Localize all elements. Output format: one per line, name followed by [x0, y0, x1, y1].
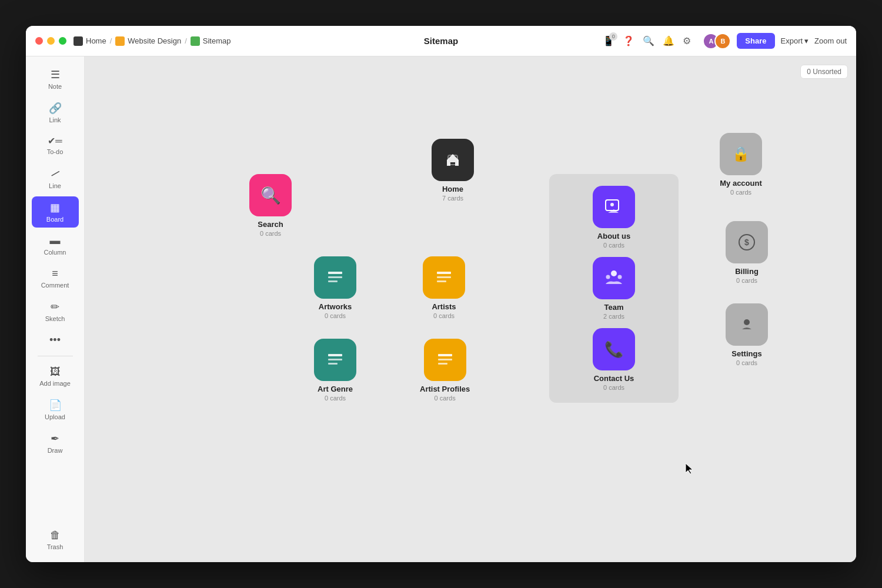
sidebar-label-upload: Upload	[45, 413, 65, 420]
sidebar-label-todo: To-do	[47, 148, 64, 155]
artworks-card-icon	[314, 256, 356, 299]
artists-card[interactable]: Artists 0 cards	[423, 256, 465, 319]
breadcrumb-sitemap-label: Sitemap	[203, 36, 231, 45]
sidebar-item-more[interactable]: •••	[32, 329, 79, 351]
settings-card-icon	[726, 303, 768, 346]
todo-icon: ✔═	[48, 135, 62, 146]
sidebar-label-comment: Comment	[41, 282, 69, 289]
minimize-button[interactable]	[47, 37, 55, 45]
titlebar-actions: 📱0 ❓ 🔍 🔔 ⚙ A B Share Export ▾ Zoom out	[603, 33, 847, 49]
svg-rect-11	[438, 359, 452, 360]
sitemap-dot	[191, 36, 200, 46]
art-genre-card-subtitle: 0 cards	[325, 395, 346, 402]
svg-rect-1	[328, 272, 342, 274]
export-button[interactable]: Export ▾	[781, 36, 809, 45]
canvas[interactable]: 0 Unsorted 🔍 Search 0 cards Home 7 cards	[85, 56, 856, 562]
team-card[interactable]: Team 2 cards	[567, 257, 661, 320]
artists-card-subtitle: 0 cards	[433, 312, 455, 319]
my-account-card-title: My account	[720, 179, 762, 188]
billing-card-icon: $	[726, 221, 768, 263]
artists-card-title: Artists	[432, 302, 456, 311]
sidebar-label-link: Link	[49, 116, 61, 123]
sidebar-item-comment[interactable]: ≡ Comment	[32, 263, 79, 293]
notification-icon[interactable]: 🔔	[663, 35, 674, 46]
breadcrumb-website-design[interactable]: Website Design	[115, 36, 181, 46]
sidebar-item-trash[interactable]: 🗑 Trash	[32, 524, 79, 555]
billing-card-subtitle: 0 cards	[736, 277, 757, 284]
app-window: Home / Website Design / Sitemap Sitemap …	[26, 26, 856, 562]
settings-card-subtitle: 0 cards	[736, 359, 757, 366]
group-inner: About us 0 cards Te	[567, 186, 661, 391]
artworks-card-subtitle: 0 cards	[325, 312, 346, 319]
svg-rect-4	[437, 272, 451, 274]
page-title: Sitemap	[424, 36, 458, 46]
team-card-icon	[593, 257, 635, 299]
svg-rect-8	[328, 359, 342, 360]
sidebar-item-column[interactable]: ▬ Column	[32, 230, 79, 260]
svg-point-20	[744, 319, 750, 325]
mobile-icon[interactable]: 📱0	[603, 35, 614, 46]
sidebar-label-line: Line	[49, 182, 61, 189]
close-button[interactable]	[35, 37, 43, 45]
search-card-title: Search	[258, 220, 283, 229]
breadcrumb-sitemap[interactable]: Sitemap	[191, 36, 231, 46]
sidebar-item-todo[interactable]: ✔═ To-do	[32, 131, 79, 160]
sidebar-label-column: Column	[44, 249, 66, 256]
help-icon[interactable]: ❓	[623, 35, 634, 46]
svg-point-14	[610, 203, 614, 206]
team-card-title: Team	[604, 303, 624, 312]
add-image-icon: 🖼	[50, 366, 61, 378]
link-icon: 🔗	[49, 102, 62, 115]
sidebar-item-link[interactable]: 🔗 Link	[32, 97, 79, 128]
about-us-card-title: About us	[597, 232, 630, 240]
sidebar-label-trash: Trash	[47, 543, 64, 550]
sidebar-item-draw[interactable]: ✒ Draw	[32, 427, 79, 459]
zoom-out-button[interactable]: Zoom out	[814, 36, 847, 45]
contact-us-card-icon: 📞	[593, 328, 635, 370]
contact-us-card[interactable]: 📞 Contact Us 0 cards	[567, 328, 661, 391]
artists-card-icon	[423, 256, 465, 299]
home-card[interactable]: Home 7 cards	[432, 139, 474, 202]
export-label: Export	[781, 36, 803, 45]
sidebar-item-sketch[interactable]: ✏ Sketch	[32, 296, 79, 327]
maximize-button[interactable]	[59, 37, 66, 45]
svg-rect-2	[328, 276, 342, 278]
unsorted-badge[interactable]: 0 Unsorted	[800, 65, 848, 79]
sidebar-label-draw: Draw	[48, 447, 63, 454]
artist-profiles-card-icon	[424, 339, 466, 381]
sidebar-label-add-image: Add image	[39, 380, 71, 387]
sidebar-item-upload[interactable]: 📄 Upload	[32, 394, 79, 425]
settings-icon[interactable]: ⚙	[683, 35, 691, 46]
export-chevron: ▾	[804, 36, 808, 45]
about-us-card-subtitle: 0 cards	[603, 242, 624, 249]
artist-profiles-card[interactable]: Artist Profiles 0 cards	[420, 339, 470, 402]
board-icon: ▦	[50, 201, 60, 214]
my-account-card[interactable]: 🔒 My account 0 cards	[720, 133, 762, 196]
art-genre-card-icon	[314, 339, 356, 381]
home-card-subtitle: 7 cards	[442, 195, 463, 202]
sidebar-item-line[interactable]: / Line	[32, 162, 79, 194]
sidebar-item-board[interactable]: ▦ Board	[32, 196, 79, 228]
about-us-card[interactable]: About us 0 cards	[567, 186, 661, 249]
sidebar-item-note[interactable]: ☰ Note	[32, 64, 79, 95]
billing-card[interactable]: $ Billing 0 cards	[726, 221, 768, 284]
mouse-cursor	[684, 462, 696, 474]
sidebar: ☰ Note 🔗 Link ✔═ To-do / Line ▦ Board ▬ …	[26, 56, 85, 562]
search-icon[interactable]: 🔍	[643, 35, 654, 46]
sidebar-label-note: Note	[48, 83, 62, 90]
settings-card[interactable]: Settings 0 cards	[726, 303, 768, 366]
home-dot	[74, 36, 83, 46]
art-genre-card[interactable]: Art Genre 0 cards	[314, 339, 356, 402]
artworks-card[interactable]: Artworks 0 cards	[314, 256, 356, 319]
avatar-group: A B	[703, 33, 731, 49]
breadcrumb-website-design-label: Website Design	[128, 36, 181, 45]
my-account-card-subtitle: 0 cards	[730, 189, 751, 196]
breadcrumb-home[interactable]: Home	[74, 36, 106, 46]
share-button[interactable]: Share	[737, 33, 774, 49]
contact-us-card-subtitle: 0 cards	[603, 384, 624, 391]
search-card[interactable]: 🔍 Search 0 cards	[249, 174, 292, 237]
mobile-badge: 0	[609, 32, 617, 41]
svg-rect-3	[328, 280, 338, 282]
sidebar-item-add-image[interactable]: 🖼 Add image	[32, 361, 79, 392]
note-icon: ☰	[51, 68, 60, 81]
